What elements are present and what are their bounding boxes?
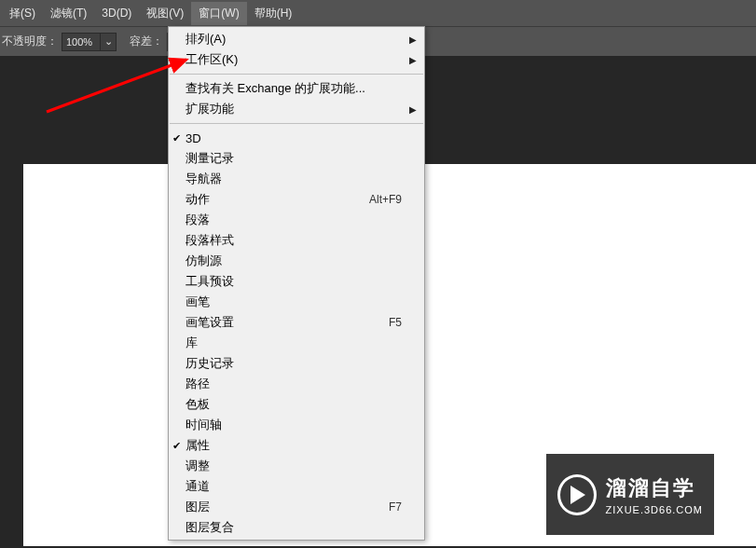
menu-adjustments[interactable]: 调整: [169, 456, 424, 476]
watermark-url: ZIXUE.3D66.COM: [606, 504, 703, 515]
play-icon: [557, 474, 597, 515]
menu-channels[interactable]: 通道: [169, 476, 424, 497]
menu-navigator[interactable]: 导航器: [169, 169, 424, 189]
menu-3d-panel[interactable]: ✔ 3D: [169, 128, 424, 148]
shortcut-text: Alt+F9: [369, 193, 402, 206]
menu-layers[interactable]: 图层 F7: [169, 497, 424, 517]
menu-layer-comps[interactable]: 图层复合: [169, 517, 424, 538]
opacity-input[interactable]: [62, 33, 101, 51]
menu-workspace[interactable]: 工作区(K) ▶: [169, 49, 424, 70]
menu-tool-presets[interactable]: 工具预设: [169, 271, 424, 292]
menu-swatches[interactable]: 色板: [169, 394, 424, 415]
menu-window[interactable]: 窗口(W): [191, 2, 246, 25]
menu-libraries[interactable]: 库: [169, 333, 424, 353]
menu-help[interactable]: 帮助(H): [247, 2, 300, 25]
menu-actions[interactable]: 动作 Alt+F9: [169, 189, 424, 210]
menu-history[interactable]: 历史记录: [169, 353, 424, 374]
menu-properties[interactable]: ✔ 属性: [169, 435, 424, 456]
menu-clone-source[interactable]: 仿制源: [169, 251, 424, 271]
menu-paths[interactable]: 路径: [169, 374, 424, 394]
opacity-dropdown-icon[interactable]: ⌄: [100, 33, 117, 51]
menu-3d[interactable]: 3D(D): [94, 3, 139, 23]
menu-measurement-log[interactable]: 测量记录: [169, 148, 424, 169]
svg-marker-2: [570, 486, 585, 504]
menu-select[interactable]: 择(S): [2, 2, 43, 25]
watermark-title: 溜溜自学: [606, 474, 703, 502]
menu-timeline[interactable]: 时间轴: [169, 415, 424, 435]
menu-view[interactable]: 视图(V): [139, 2, 191, 25]
check-icon: ✔: [172, 132, 181, 144]
submenu-arrow-icon: ▶: [409, 55, 417, 65]
shortcut-text: F5: [389, 316, 402, 329]
window-menu-dropdown: 排列(A) ▶ 工作区(K) ▶ 查找有关 Exchange 的扩展功能... …: [168, 26, 425, 541]
tolerance-label: 容差：: [130, 34, 163, 49]
submenu-arrow-icon: ▶: [409, 34, 417, 45]
menu-brush-settings[interactable]: 画笔设置 F5: [169, 312, 424, 333]
menu-filter[interactable]: 滤镜(T): [43, 2, 94, 25]
menu-paragraph[interactable]: 段落: [169, 210, 424, 230]
menu-divider: [170, 74, 423, 75]
watermark: 溜溜自学 ZIXUE.3D66.COM: [546, 454, 714, 535]
submenu-arrow-icon: ▶: [409, 104, 417, 115]
menu-brush[interactable]: 画笔: [169, 292, 424, 312]
menu-arrange[interactable]: 排列(A) ▶: [169, 29, 424, 49]
menu-divider: [170, 123, 423, 124]
shortcut-text: F7: [389, 500, 402, 514]
menubar: 择(S) 滤镜(T) 3D(D) 视图(V) 窗口(W) 帮助(H): [0, 0, 756, 26]
check-icon: ✔: [172, 440, 181, 452]
menu-exchange-extensions[interactable]: 查找有关 Exchange 的扩展功能...: [169, 78, 424, 99]
opacity-label: 不透明度：: [2, 34, 58, 49]
menu-paragraph-styles[interactable]: 段落样式: [169, 230, 424, 251]
menu-extensions[interactable]: 扩展功能 ▶: [169, 99, 424, 119]
